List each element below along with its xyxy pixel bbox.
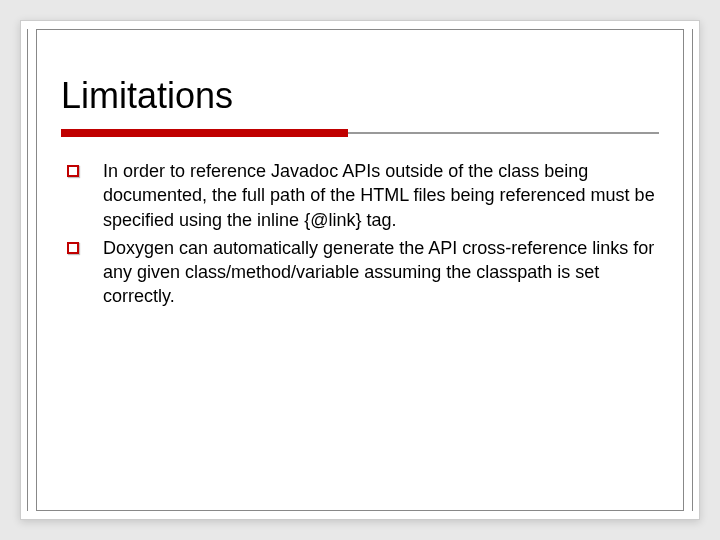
divider-accent <box>61 129 348 137</box>
bullet-list: In order to reference Javadoc APIs outsi… <box>61 159 659 309</box>
slide-title: Limitations <box>61 75 659 117</box>
slide: Limitations In order to reference Javado… <box>20 20 700 520</box>
bullet-text: In order to reference Javadoc APIs outsi… <box>103 159 659 232</box>
frame-border-bottom <box>36 510 684 511</box>
square-bullet-icon <box>67 165 79 177</box>
list-item: Doxygen can automatically generate the A… <box>67 236 659 309</box>
frame-border-left-inner <box>36 29 37 511</box>
bullet-text: Doxygen can automatically generate the A… <box>103 236 659 309</box>
frame-border-left-outer <box>27 29 28 511</box>
list-item: In order to reference Javadoc APIs outsi… <box>67 159 659 232</box>
frame-border-right-inner <box>683 29 684 511</box>
square-bullet-icon <box>67 242 79 254</box>
frame-border-top <box>36 29 684 30</box>
divider-gray <box>348 132 659 134</box>
content-area: Limitations In order to reference Javado… <box>21 21 699 343</box>
frame-border-right-outer <box>692 29 693 511</box>
divider <box>61 129 659 137</box>
